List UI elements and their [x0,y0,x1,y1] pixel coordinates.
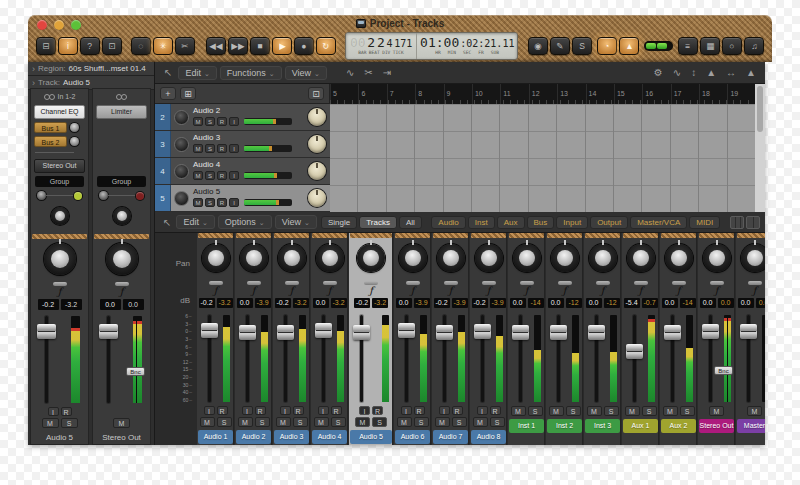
track-row[interactable]: 3 Audio 3 M S R I [155,131,330,158]
tuner-icon[interactable]: ◉ [528,37,548,55]
mute-button[interactable]: M [587,406,602,416]
menu-item[interactable]: Functions [220,66,282,80]
volume-db[interactable]: 0.0 [700,298,716,308]
volume-db[interactable]: 0.0 [738,298,754,308]
narrow-view-icon[interactable] [730,216,744,229]
mute-button[interactable]: M [193,117,203,126]
pan-knob[interactable] [437,244,465,272]
channel-name[interactable]: Audio 4 [312,430,347,444]
record-enable-button[interactable]: R [217,406,228,415]
solo-button[interactable]: S [452,417,467,427]
channel-name[interactable]: Inst 2 [547,419,582,433]
region-header[interactable]: › Region: 60s Shuffl...mset 01.4 [28,62,154,76]
solo-button[interactable]: S [604,406,619,416]
mute-button[interactable]: M [511,406,526,416]
record-enable-button[interactable]: R [217,171,227,180]
library-icon[interactable]: ⊟ [36,37,56,55]
mute-button[interactable]: M [435,417,450,427]
peak-db[interactable]: 0.0 [756,298,766,308]
mixer-channel-strip[interactable]: ƒ 0.0 0.0 Bnc [698,233,735,445]
bounce-button[interactable]: Bnc [714,366,733,375]
output-slot[interactable]: Stereo Out [34,159,85,173]
bar-ruler[interactable]: 5678910111213141516171819 [330,84,755,104]
track-pan-knob[interactable] [308,135,326,153]
mixer-channel-strip[interactable]: ƒ -0.2 -3.9 [432,233,469,445]
mixer-channel-strip[interactable]: ƒ 0.0 -3.9 [235,233,272,445]
channel-name[interactable]: Stereo Out [93,430,150,445]
input-monitor-button[interactable]: I [229,198,239,207]
send-slot[interactable]: Bus 1 [34,122,79,133]
mute-button[interactable]: M [193,144,203,153]
pan-knob[interactable] [106,243,138,275]
horizontal-zoom-icon[interactable]: ↔ [723,67,739,78]
menu-item[interactable]: Edit [178,66,216,80]
mixer-channel-strip[interactable]: ƒ 0.0 0.0 [736,233,765,445]
peak-db[interactable]: 0.0 [718,298,734,308]
channel-name[interactable]: Master [737,419,765,433]
pan-knob[interactable] [202,244,230,272]
volume-db[interactable]: 0.0 [313,298,329,308]
add-track-button[interactable]: + [160,87,176,100]
lcd-display[interactable]: 00 2 2 4 171 BARBEATDIVTICK 01:00 :02:21… [345,32,518,60]
fader-handle[interactable] [626,344,643,359]
solo-button[interactable]: S [331,417,346,427]
pan-knob[interactable] [741,244,766,272]
group-slot[interactable]: Group [35,176,84,187]
solo-button[interactable]: S [217,417,232,427]
inspector-icon[interactable]: i [58,37,78,55]
mute-button[interactable]: M [397,417,412,427]
disclosure-icon[interactable]: › [32,64,35,74]
mixer-channel-strip[interactable]: ƒ -5.4 -0.7 [622,233,659,445]
track-row[interactable]: 5 Audio 5 M S R I [155,185,330,212]
fader-handle[interactable] [512,325,529,340]
channel-name[interactable]: Audio 6 [395,430,430,444]
group-slot[interactable]: Group [97,176,146,187]
automation-row[interactable] [37,190,82,201]
fader-handle[interactable] [664,325,681,340]
record-enable-button[interactable]: R [217,144,227,153]
mixer-channel-strip[interactable]: ƒ -0.2 -3.2 [349,233,393,445]
menu-item[interactable]: Options [218,215,272,229]
peak-db[interactable]: -3.9 [255,298,271,308]
menu-item[interactable]: Edit [176,215,214,229]
track-number[interactable]: 3 [155,131,171,157]
solo-button[interactable]: S [528,406,543,416]
solo-button[interactable]: S [205,144,215,153]
list-editors-icon[interactable]: ≡ [678,37,698,55]
volume-db[interactable]: -0.2 [472,298,488,308]
mute-button[interactable]: M [709,406,724,416]
mute-button[interactable]: M [473,417,488,427]
automation-icon[interactable]: ✳ [153,37,173,55]
channel-name[interactable]: Stereo Out [699,419,734,433]
pan-knob[interactable] [703,244,731,272]
type-filter-button[interactable]: Input [556,216,588,229]
channel-name[interactable]: Audio 3 [274,430,309,444]
fader-handle[interactable] [277,325,294,340]
peak-db[interactable]: -3.2 [61,299,82,310]
mixer-channel-strip[interactable]: ƒ 0.0 -14 [660,233,697,445]
horizontal-zoom-slider-icon[interactable]: ▲ [743,67,759,78]
track-number[interactable]: 2 [155,104,171,130]
pointer-tool-icon[interactable]: ↖ [160,217,174,228]
input-monitor-button[interactable]: I [48,407,59,416]
pointer-tool-icon[interactable]: ↖ [161,67,175,78]
record-icon[interactable]: ● [294,37,314,55]
scope-filter-button[interactable]: All [399,216,422,229]
fader-handle[interactable] [436,325,453,340]
track-number[interactable]: 4 [155,158,171,184]
channel-name[interactable]: Aux 1 [623,419,658,433]
type-filter-button[interactable]: Master/VCA [630,216,687,229]
vertical-zoom-slider-icon[interactable]: ▲ [703,67,719,78]
peak-db[interactable]: -0.7 [642,298,658,308]
solo-button[interactable]: S [205,198,215,207]
insert-slot[interactable]: Limiter [96,105,147,119]
channel-name[interactable]: Audio 5 [350,430,392,444]
snap-icon[interactable]: ⇥ [380,67,394,78]
fader-handle[interactable] [37,324,56,339]
mixer-channel-strip[interactable]: ƒ -0.2 -3.9 [470,233,507,445]
volume-db[interactable]: 0.0 [396,298,412,308]
mute-button[interactable]: M [747,406,762,416]
pan-knob[interactable] [627,244,655,272]
mute-button[interactable]: M [314,417,329,427]
peak-db[interactable]: -14 [528,298,544,308]
